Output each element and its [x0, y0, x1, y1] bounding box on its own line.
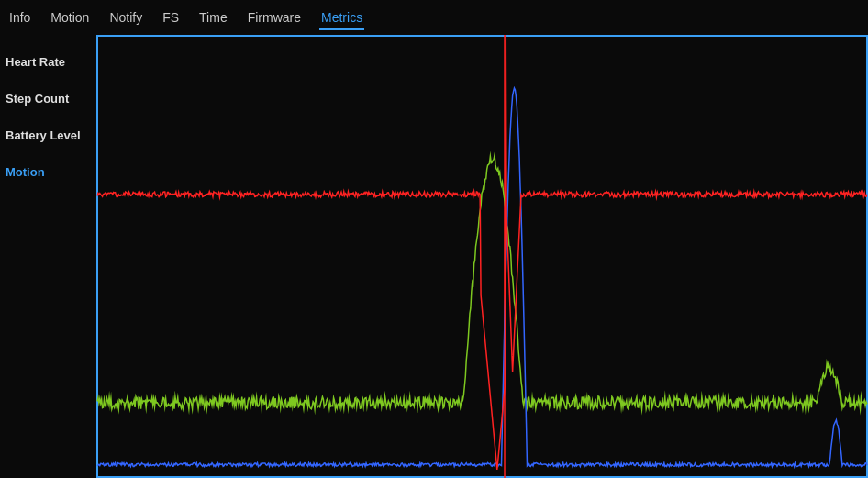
sidebar: Heart Rate Step Count Battery Level Moti… [0, 35, 96, 478]
sidebar-item-battery-level: Battery Level [0, 117, 96, 154]
nav-item-motion[interactable]: Motion [49, 6, 91, 28]
nav-item-fs[interactable]: FS [161, 6, 181, 28]
nav-item-metrics[interactable]: Metrics [319, 6, 364, 28]
sidebar-item-motion: Motion [0, 154, 96, 191]
metrics-chart [96, 35, 868, 478]
main-content: Heart Rate Step Count Battery Level Moti… [0, 35, 868, 478]
nav-item-firmware[interactable]: Firmware [246, 6, 303, 28]
nav-item-notify[interactable]: Notify [107, 6, 144, 28]
sidebar-item-heart-rate: Heart Rate [0, 44, 96, 81]
nav-item-info[interactable]: Info [7, 6, 32, 28]
nav-item-time[interactable]: Time [197, 6, 229, 28]
nav-bar: Info Motion Notify FS Time Firmware Metr… [0, 0, 868, 35]
chart-area[interactable] [96, 35, 868, 478]
sidebar-item-step-count: Step Count [0, 81, 96, 117]
